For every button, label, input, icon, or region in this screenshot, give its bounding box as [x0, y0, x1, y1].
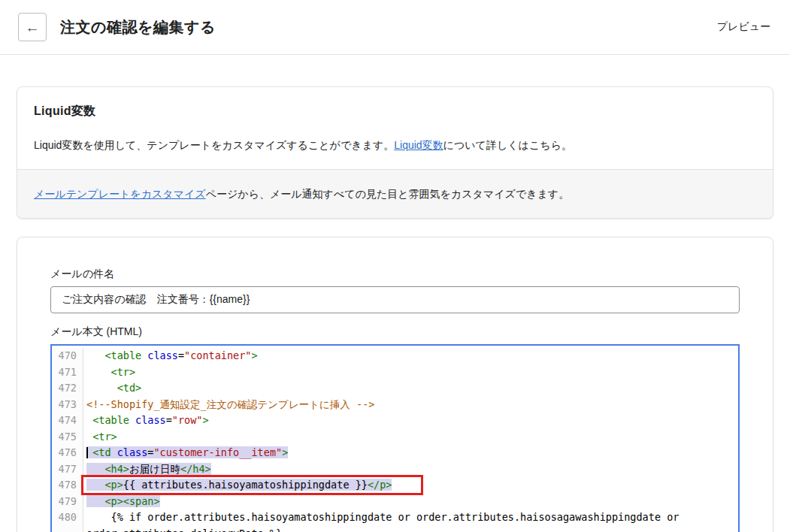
code-token: >: [252, 349, 258, 361]
code-token: <tr>: [111, 366, 136, 378]
liquid-variables-card: Liquid変数 Liquid変数を使用して、テンプレートをカスタマイズすること…: [17, 86, 773, 219]
line-number: 475: [52, 429, 83, 446]
text-selection: <p>{{ attributes.haisoyamatoshippingdate…: [86, 479, 392, 491]
code-token: {% if order.attributes.haisoyamatoshippi…: [86, 511, 686, 532]
code-token: >: [202, 414, 208, 426]
code-token: <p><span>: [104, 495, 159, 507]
code-token: class: [147, 349, 178, 361]
code-token: "container": [184, 349, 251, 361]
code-text[interactable]: <td class="customer-info__item">: [83, 445, 738, 461]
page-header: ← 注文の確認を編集する プレビュー: [0, 0, 790, 55]
line-number: 478: [52, 477, 83, 494]
liquid-card-title: Liquid変数: [34, 104, 756, 119]
code-token: class: [117, 446, 148, 458]
code-text[interactable]: <tr>: [83, 364, 738, 381]
main-content: Liquid変数 Liquid変数を使用して、テンプレートをカスタマイズすること…: [0, 55, 790, 532]
line-number: 471: [52, 364, 83, 381]
customize-email-template-link[interactable]: メールテンプレートをカスタマイズ: [34, 188, 206, 200]
code-token: "customer-info__item": [153, 446, 282, 458]
code-token: [86, 479, 104, 491]
code-line[interactable]: 480 {% if order.attributes.haisoyamatosh…: [52, 509, 738, 532]
code-token: [86, 431, 92, 443]
code-line[interactable]: 474 <table class="row">: [52, 413, 738, 429]
code-line[interactable]: 477 <h4>お届け日時</h4>: [52, 461, 738, 478]
code-token: </h4>: [180, 463, 211, 475]
code-text[interactable]: <p>{{ attributes.haisoyamatoshippingdate…: [83, 477, 738, 494]
code-token: お届け日時: [129, 463, 180, 475]
code-token: [86, 463, 104, 475]
code-line[interactable]: 476 <td class="customer-info__item">: [52, 445, 738, 461]
code-text[interactable]: <!--Shopify_通知設定_注文の確認テンプレートに挿入 -->: [83, 397, 738, 413]
code-token: =: [178, 349, 184, 361]
code-token: <tr>: [92, 431, 117, 443]
line-number: 472: [52, 380, 83, 397]
code-token: [86, 446, 92, 458]
code-token: =: [166, 414, 172, 426]
code-token: <h4>: [104, 463, 129, 475]
subject-label: メールの件名: [50, 268, 740, 281]
code-line[interactable]: 472 <td>: [52, 380, 738, 397]
back-button[interactable]: ←: [18, 13, 47, 41]
code-token: [111, 446, 117, 458]
liquid-card-description: Liquid変数を使用して、テンプレートをカスタマイズすることができます。Liq…: [34, 138, 756, 153]
code-line[interactable]: 473<!--Shopify_通知設定_注文の確認テンプレートに挿入 -->: [52, 397, 738, 413]
code-token: <!--Shopify_通知設定_注文の確認テンプレートに挿入 -->: [86, 398, 374, 410]
line-number: 473: [52, 397, 83, 413]
liquid-variables-link[interactable]: Liquid変数: [394, 139, 443, 151]
code-token: [86, 495, 104, 507]
liquid-card-footer: メールテンプレートをカスタマイズページから、メール通知すべての見た目と雰囲気をカ…: [17, 169, 773, 218]
code-token: [86, 414, 92, 426]
footer-text: メールテンプレートをカスタマイズページから、メール通知すべての見た目と雰囲気をカ…: [34, 186, 756, 201]
code-line[interactable]: 470 <table class="container">: [52, 348, 738, 364]
text-selection: <h4>お届け日時</h4>: [86, 463, 211, 475]
code-token: {{ attributes.haisoyamatoshippingdate }}: [123, 479, 368, 491]
code-token: [86, 349, 104, 361]
code-text[interactable]: <h4>お届け日時</h4>: [83, 461, 738, 478]
code-text[interactable]: <p><span>: [83, 494, 738, 510]
code-token: >: [282, 446, 288, 458]
line-number: 474: [52, 413, 83, 429]
code-text[interactable]: <table class="row">: [83, 413, 738, 429]
email-template-card: メールの件名 メール本文 (HTML) 470 <table class="co…: [17, 237, 773, 532]
description-text-before: Liquid変数を使用して、テンプレートをカスタマイズすることができます。: [34, 139, 394, 151]
body-field: メール本文 (HTML) 470 <table class="container…: [50, 325, 740, 532]
code-token: <td: [92, 446, 110, 458]
code-line[interactable]: 479 <p><span>: [52, 494, 738, 510]
code-text[interactable]: <table class="container">: [83, 348, 738, 364]
line-number: 470: [52, 348, 83, 364]
code-text[interactable]: <td>: [83, 380, 738, 397]
code-text[interactable]: {% if order.attributes.haisoyamatoshippi…: [83, 509, 738, 532]
code-token: "row": [172, 414, 203, 426]
subject-field: メールの件名: [50, 268, 740, 313]
description-text-after: について詳しくはこちら。: [443, 139, 572, 151]
code-line[interactable]: 471 <tr>: [52, 364, 738, 381]
text-selection: <p><span>: [86, 495, 160, 507]
code-token: <p>: [104, 479, 123, 491]
code-editor[interactable]: 470 <table class="container">471 <tr>472…: [50, 344, 740, 532]
line-number: 476: [52, 445, 83, 461]
code-token: class: [135, 414, 166, 426]
code-line[interactable]: 478 <p>{{ attributes.haisoyamatoshipping…: [52, 477, 738, 494]
code-token: [129, 414, 135, 426]
code-token: </p>: [368, 479, 392, 491]
line-number: 480: [52, 509, 83, 532]
code-line[interactable]: 475 <tr>: [52, 429, 738, 446]
code-token: <table: [92, 414, 129, 426]
subject-input[interactable]: [50, 286, 740, 313]
code-lines: 470 <table class="container">471 <tr>472…: [52, 346, 738, 532]
code-token: [86, 366, 111, 378]
code-text[interactable]: <tr>: [83, 429, 738, 446]
preview-button[interactable]: プレビュー: [716, 17, 772, 37]
body-label: メール本文 (HTML): [50, 325, 740, 339]
text-selection: <td class="customer-info__item">: [86, 446, 288, 458]
back-arrow-icon: ←: [26, 20, 40, 35]
page-title: 注文の確認を編集する: [60, 17, 702, 38]
line-number: 479: [52, 494, 83, 510]
code-token: <td>: [117, 382, 142, 394]
code-token: <table: [104, 349, 141, 361]
footer-text-after: ページから、メール通知すべての見た目と雰囲気をカスタマイズできます。: [206, 188, 570, 200]
line-number: 477: [52, 461, 83, 478]
code-token: [86, 382, 117, 394]
